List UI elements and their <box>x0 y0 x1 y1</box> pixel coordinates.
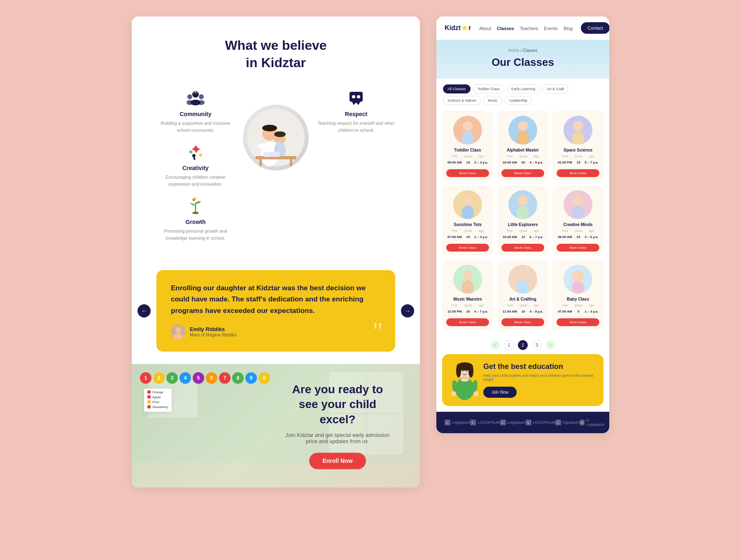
nav-blog[interactable]: Blog <box>564 24 573 32</box>
music-class-image <box>453 265 482 294</box>
class-card-toddler: Toddler Class Time09:00 AM Quota15 Age2 … <box>442 111 493 181</box>
filter-early-learning[interactable]: Early Learning <box>507 84 540 93</box>
book-art-button[interactable]: Book Class <box>501 318 544 326</box>
book-alphabet-button[interactable]: Book Class <box>501 169 544 177</box>
cta-desc: Join Kidztar and get special early admis… <box>280 432 395 444</box>
left-panel: What we believe in Kidztar <box>132 16 420 488</box>
svg-point-16 <box>274 131 286 137</box>
svg-point-44 <box>518 121 528 131</box>
join-now-button[interactable]: Join Now <box>483 387 517 398</box>
logo-star-icon: ⭐ <box>461 25 468 31</box>
space-class-name: Space Science <box>557 148 599 152</box>
svg-rect-19 <box>259 159 262 166</box>
navigation: Kidzt⭐r About Classes Teachers Events Bl… <box>436 16 609 40</box>
class-card-baby: Baby Class Time07:00 AM Quota5 Age1 – 3 … <box>552 260 604 330</box>
svg-point-65 <box>572 271 584 282</box>
growth-name: Growth <box>156 219 235 225</box>
svg-point-26 <box>357 95 360 98</box>
baby-class-image <box>564 265 592 294</box>
svg-point-27 <box>192 154 196 157</box>
svg-point-75 <box>473 391 478 396</box>
breadcrumb: Home / Classes <box>445 48 601 53</box>
value-respect: Respect Teaching respect for oneself and… <box>317 88 395 133</box>
explorers-class-name: Little Explorers <box>501 222 544 227</box>
prev-page-button[interactable]: ‹ <box>491 341 500 350</box>
page-3-button[interactable]: 3 <box>532 340 542 350</box>
book-toddler-button[interactable]: Book Class <box>446 169 489 177</box>
page-1-button[interactable]: 1 <box>504 340 514 350</box>
cta-section: Orange Apple Pear Strawberry 1 2 3 4 5 6… <box>132 364 420 488</box>
nav-teachers[interactable]: Teachers <box>520 24 538 32</box>
pagination: ‹ 1 2 3 › <box>436 336 609 354</box>
book-music-button[interactable]: Book Class <box>446 318 489 326</box>
logo5-icon: L <box>555 420 561 425</box>
svg-point-76 <box>461 378 469 382</box>
next-page-button[interactable]: › <box>546 341 555 350</box>
creativity-desc: Encouraging children creative expression… <box>156 174 235 187</box>
contact-button[interactable]: Contact <box>581 22 609 34</box>
nav-events[interactable]: Events <box>544 24 558 32</box>
footer-logos: L Logoipsum L LOGOIPSUM L Logoipsum L LO… <box>436 412 609 433</box>
svg-point-53 <box>518 196 528 205</box>
music-class-meta: Time12:00 PM Quota20 Age6 – 7 y.a. <box>446 304 489 314</box>
filter-toddler-class[interactable]: Toddler Class <box>473 84 505 93</box>
nav-links: About Classes Teachers Events Blog <box>479 24 573 32</box>
book-explorers-button[interactable]: Book Class <box>501 244 544 252</box>
growth-icon <box>186 196 205 215</box>
svg-point-69 <box>456 364 461 378</box>
father-child-image <box>243 105 309 170</box>
creative-class-image <box>564 190 592 219</box>
right-panel: Kidzt⭐r About Classes Teachers Events Bl… <box>436 16 609 433</box>
explorers-class-image <box>508 190 537 219</box>
svg-point-12 <box>262 125 277 131</box>
baby-class-meta: Time07:00 AM Quota5 Age1 – 3 y.a. <box>557 304 599 314</box>
svg-point-78 <box>466 370 468 371</box>
value-growth: Growth Promoting personal growth and kno… <box>156 196 235 241</box>
filter-music[interactable]: Music <box>483 96 502 105</box>
respect-icon <box>346 88 366 107</box>
author-avatar <box>171 324 186 339</box>
filter-science-nature[interactable]: Science & Nature <box>443 96 481 105</box>
filter-all-classes[interactable]: All Classes <box>443 84 471 93</box>
footer-logo-5: L logoipsum <box>555 420 580 425</box>
nav-about[interactable]: About <box>479 24 491 32</box>
sunshine-class-meta: Time07:00 AM Quota15 Age1 – 3 y.a. <box>446 229 489 240</box>
svg-point-77 <box>462 370 464 371</box>
art-class-meta: Time11:00 AM Quota10 Age4 – 8 y.a. <box>501 304 544 314</box>
svg-point-28 <box>192 212 199 214</box>
author-name: Emily Riddiks <box>190 326 237 332</box>
book-space-button[interactable]: Book Class <box>557 169 599 177</box>
svg-point-32 <box>175 327 181 333</box>
testimonial-next-button[interactable]: → <box>401 304 414 317</box>
filter-art-craft[interactable]: Art & Craft <box>542 84 569 93</box>
svg-point-62 <box>518 270 528 280</box>
space-class-image <box>564 116 592 145</box>
art-class-image <box>508 265 537 294</box>
filter-leadership[interactable]: Leadership <box>505 96 532 105</box>
footer-logo-2: L LOGOIPSUM <box>470 420 500 425</box>
alphabet-class-image <box>508 116 537 145</box>
cta-title: Are you ready to see your child excel? <box>280 382 395 427</box>
book-sunshine-button[interactable]: Book Class <box>446 244 489 252</box>
enroll-button[interactable]: Enroll Now <box>309 453 366 469</box>
svg-point-59 <box>463 270 473 280</box>
svg-point-74 <box>451 391 456 396</box>
book-baby-button[interactable]: Book Class <box>557 318 599 326</box>
page-2-button[interactable]: 2 <box>518 340 528 350</box>
svg-point-7 <box>195 91 196 93</box>
logo: Kidzt⭐r <box>445 24 471 32</box>
cta-banner-title: Get the best education <box>483 362 595 371</box>
growth-desc: Promoting personal growth and knowledge … <box>156 228 235 241</box>
classes-title: Our Classes <box>445 56 601 69</box>
toddler-class-meta: Time09:00 AM Quota15 Age2 – 3 y.a. <box>446 155 489 165</box>
author-info: Emily Riddiks Mom of Regina Riddiks <box>190 326 237 337</box>
svg-rect-20 <box>290 159 292 166</box>
book-creative-button[interactable]: Book Class <box>557 244 599 252</box>
logo2-icon: L <box>470 420 476 425</box>
alphabet-class-name: Alphabet Master <box>501 148 544 152</box>
nav-classes[interactable]: Classes <box>497 24 514 32</box>
class-card-space: Space Science Time01:00 PM Quota15 Age5 … <box>552 111 604 181</box>
respect-desc: Teaching respect for oneself and other c… <box>317 120 395 133</box>
space-class-meta: Time01:00 PM Quota15 Age5 – 7 y.a. <box>557 155 599 165</box>
testimonial-prev-button[interactable]: ← <box>137 304 151 317</box>
